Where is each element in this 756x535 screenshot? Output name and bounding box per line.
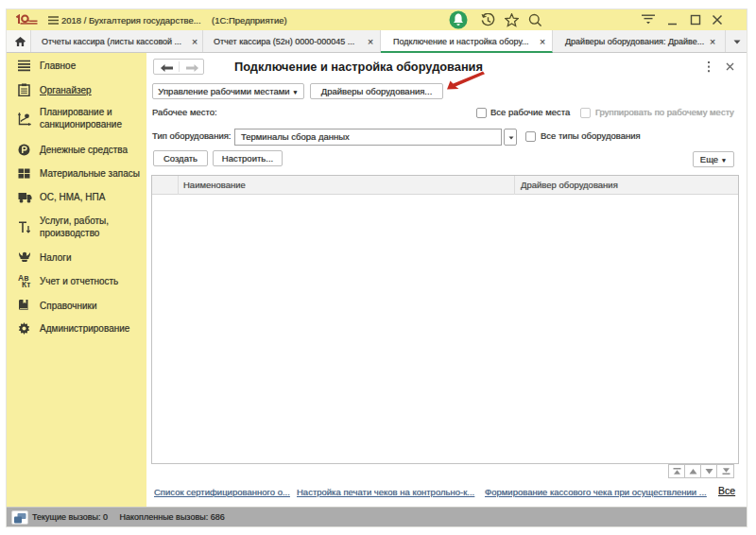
svg-text:Кт: Кт xyxy=(22,280,30,288)
